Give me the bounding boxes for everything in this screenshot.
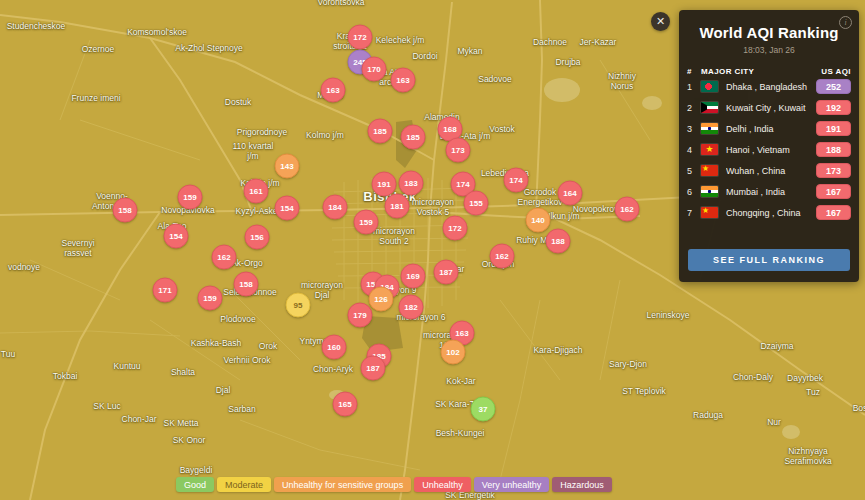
map-label-nizhnyaya-serafimovka: NizhnyayaSerafimovka [784, 447, 831, 466]
map-label-plodovoe: Plodovoe [220, 315, 255, 325]
aqi-marker-159[interactable]: 159 [354, 210, 379, 235]
city-name: Wuhan , China [726, 166, 816, 176]
ranking-row-chongqing-china[interactable]: 7Chongqing , China167 [687, 202, 851, 223]
aqi-marker-172[interactable]: 172 [443, 216, 468, 241]
panel-title: World AQI Ranking [679, 24, 859, 41]
rank-number: 4 [687, 145, 701, 155]
aqi-marker-161[interactable]: 161 [244, 179, 269, 204]
map-label-kolmo-j-m: Kolmo j/m [306, 131, 344, 141]
aqi-marker-185[interactable]: 185 [368, 119, 393, 144]
map-label-djal: Djal [216, 386, 231, 396]
aqi-marker-184[interactable]: 184 [323, 195, 348, 220]
ranking-rows: 1Dhaka , Bangladesh2522Kuwait City , Kuw… [679, 76, 859, 223]
aqi-marker-143[interactable]: 143 [275, 154, 300, 179]
map-label-dayyrbek: Dayyrbek [787, 374, 823, 384]
map-label-severnyi-rassvet: Severnyirassvet [61, 239, 94, 258]
see-full-ranking-button[interactable]: SEE FULL RANKING [688, 249, 850, 271]
map-label-baygeldi: Baygeldi [180, 466, 213, 476]
aqi-marker-155[interactable]: 155 [464, 191, 489, 216]
aqi-marker-173[interactable]: 173 [446, 138, 471, 163]
aqi-marker-140[interactable]: 140 [526, 208, 551, 233]
aqi-marker-183[interactable]: 183 [399, 171, 424, 196]
city-name: Chongqing , China [726, 208, 816, 218]
map-label-microrayon-south-2: microrayonSouth 2 [373, 227, 415, 246]
aqi-marker-171[interactable]: 171 [153, 278, 178, 303]
map-label-tuu: Tuu [1, 350, 15, 360]
ranking-row-hanoi-vietnam[interactable]: 4Hanoi , Vietnam188 [687, 139, 851, 160]
ranking-row-delhi-india[interactable]: 3Delhi , India191 [687, 118, 851, 139]
map-label-vostok: Vostok [489, 125, 515, 135]
legend-very-unhealthy: Very unhealthy [474, 477, 550, 492]
aqi-marker-172[interactable]: 172 [348, 25, 373, 50]
aqi-marker-174[interactable]: 174 [504, 168, 529, 193]
map-label-besh-kungei: Besh-Kungei [436, 429, 485, 439]
aqi-marker-169[interactable]: 169 [401, 264, 426, 289]
world-aqi-ranking-panel: i World AQI Ranking 18:03, Jan 26 # MAJO… [679, 10, 859, 282]
aqi-marker-37[interactable]: 37 [471, 397, 496, 422]
map-label-sk-onor: SK Onor [173, 436, 206, 446]
legend-hazardous: Hazardous [552, 477, 612, 492]
city-name: Mumbai , India [726, 187, 816, 197]
aqi-marker-162[interactable]: 162 [212, 245, 237, 270]
rank-column-header: # [687, 67, 701, 76]
aqi-marker-188[interactable]: 188 [546, 229, 571, 254]
aqi-marker-95[interactable]: 95 [286, 293, 311, 318]
aqi-marker-163[interactable]: 163 [321, 78, 346, 103]
map-label-tokbai: Tokbai [53, 372, 78, 382]
legend-good: Good [176, 477, 214, 492]
map-label-microrayon-vostok-5: microrayonVostok 5 [412, 198, 454, 217]
aqi-marker-185[interactable]: 185 [401, 125, 426, 150]
close-icon: ✕ [656, 15, 665, 28]
rank-number: 1 [687, 82, 701, 92]
map-label-sk-kara-t: SK Kara-T [435, 400, 475, 410]
aqi-marker-187[interactable]: 187 [361, 356, 386, 381]
map-label-sk-luc: SK Luc [93, 402, 120, 412]
map-label-kara-djigach: Kara-Djigach [533, 346, 582, 356]
flag-vietnam-icon [701, 144, 718, 155]
panel-close-button[interactable]: ✕ [651, 12, 670, 31]
ranking-row-kuwait-city-kuwait[interactable]: 2Kuwait City , Kuwait192 [687, 97, 851, 118]
map-label-drujba: Drujba [555, 58, 580, 68]
city-name: Delhi , India [726, 124, 816, 134]
rank-number: 2 [687, 103, 701, 113]
aqi-marker-158[interactable]: 158 [113, 198, 138, 223]
aqi-marker-162[interactable]: 162 [615, 197, 640, 222]
aqi-marker-159[interactable]: 159 [198, 286, 223, 311]
aqi-marker-170[interactable]: 170 [362, 57, 387, 82]
aqi-marker-165[interactable]: 165 [333, 392, 358, 417]
map-label-vodnoye: vodnoye [8, 263, 40, 273]
aqi-marker-158[interactable]: 158 [234, 272, 259, 297]
flag-bangladesh-icon [701, 81, 718, 92]
ranking-row-wuhan-china[interactable]: 5Wuhan , China173 [687, 160, 851, 181]
aqi-marker-191[interactable]: 191 [372, 172, 397, 197]
map-label-sadovoe: Sadovoe [478, 75, 512, 85]
aqi-column-header: US AQI [821, 67, 851, 76]
aqi-marker-164[interactable]: 164 [558, 181, 583, 206]
aqi-marker-102[interactable]: 102 [441, 340, 466, 365]
flag-kuwait-icon [701, 102, 718, 113]
map-label-chon-daly: Chon-Daly [733, 373, 773, 383]
aqi-marker-156[interactable]: 156 [245, 225, 270, 250]
city-column-header: MAJOR CITY [701, 67, 821, 76]
info-icon[interactable]: i [839, 16, 852, 29]
aqi-marker-179[interactable]: 179 [348, 303, 373, 328]
aqi-marker-163[interactable]: 163 [391, 68, 416, 93]
aqi-marker-187[interactable]: 187 [434, 260, 459, 285]
aqi-marker-160[interactable]: 160 [322, 335, 347, 360]
aqi-marker-181[interactable]: 181 [385, 194, 410, 219]
map-label-vorontsovka: Vorontsovka [318, 0, 365, 8]
ranking-row-mumbai-india[interactable]: 6Mumbai , India167 [687, 181, 851, 202]
aqi-marker-162[interactable]: 162 [490, 244, 515, 269]
aqi-marker-182[interactable]: 182 [399, 295, 424, 320]
map-label-verhnii-orok: Verhnii Orok [224, 356, 271, 366]
legend-unhealthy-for-sensitive-groups: Unhealthy for sensitive groups [274, 477, 411, 492]
map-label-dachnoe: Dachnoe [533, 38, 567, 48]
aqi-marker-154[interactable]: 154 [275, 196, 300, 221]
aqi-marker-126[interactable]: 126 [369, 287, 394, 312]
aqi-marker-159[interactable]: 159 [178, 185, 203, 210]
aqi-marker-154[interactable]: 154 [164, 224, 189, 249]
ranking-row-dhaka-bangladesh[interactable]: 1Dhaka , Bangladesh252 [687, 76, 851, 97]
map-label-dzaiyma: Dzaiyma [760, 342, 793, 352]
aqi-badge: 173 [816, 163, 851, 178]
panel-timestamp: 18:03, Jan 26 [679, 45, 859, 55]
